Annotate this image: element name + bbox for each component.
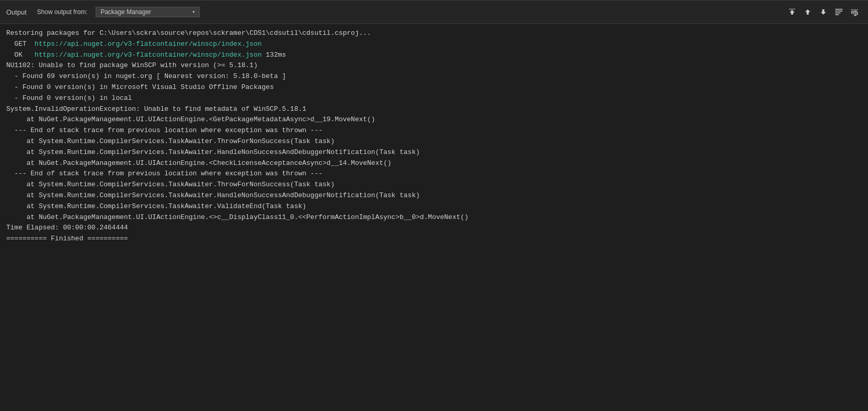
scroll-down-button[interactable] <box>816 5 831 19</box>
svg-rect-3 <box>835 15 839 16</box>
get-url-link[interactable]: https://api.nuget.org/v3-flatcontainer/w… <box>35 40 262 48</box>
log-line-15: at System.Runtime.CompilerServices.TaskA… <box>6 179 862 190</box>
log-line-13: at NuGet.PackageManagement.UI.UIActionEn… <box>6 158 862 169</box>
output-header: Output Show output from: Package Manager… <box>0 1 868 24</box>
log-line-9: at NuGet.PackageManagement.UI.UIActionEn… <box>6 114 862 125</box>
log-line-3: OK https://api.nuget.org/v3-flatcontaine… <box>6 50 862 61</box>
dropdown-selected-value: Package Manager <box>100 8 151 16</box>
show-output-label: Show output from: <box>37 8 87 16</box>
output-panel: Output Show output from: Package Manager… <box>0 0 868 411</box>
log-line-4: NU1102: Unable to find package WinSCP wi… <box>6 60 862 71</box>
word-wrap-button[interactable]: ab <box>847 5 862 19</box>
svg-rect-0 <box>835 9 843 10</box>
log-line-14: --- End of stack trace from previous loc… <box>6 169 862 179</box>
log-line-19: Time Elapsed: 00:00:00.2464444 <box>6 223 862 234</box>
log-ok-prefix: OK <box>6 51 35 59</box>
log-line-8: System.InvalidOperationException: Unable… <box>6 104 862 115</box>
log-line-5: - Found 69 version(s) in nuget.org [ Nea… <box>6 71 862 82</box>
log-line-12: at System.Runtime.CompilerServices.TaskA… <box>6 147 862 158</box>
chevron-down-icon: ▾ <box>192 9 195 15</box>
clear-output-button[interactable] <box>832 5 846 19</box>
log-line-2: GET https://api.nuget.org/v3-flatcontain… <box>6 39 862 50</box>
svg-rect-2 <box>835 12 840 14</box>
log-line-6: - Found 0 version(s) in Microsoft Visual… <box>6 82 862 93</box>
log-ok-suffix: 132ms <box>261 51 286 59</box>
log-line-10: --- End of stack trace from previous loc… <box>6 125 862 136</box>
log-line-17: at System.Runtime.CompilerServices.TaskA… <box>6 201 862 212</box>
scroll-up-button[interactable] <box>800 5 815 19</box>
scroll-to-top-button[interactable] <box>785 5 799 19</box>
log-line-16: at System.Runtime.CompilerServices.TaskA… <box>6 190 862 201</box>
output-title: Output <box>6 8 27 16</box>
log-line-20: ========== Finished ========== <box>6 234 862 245</box>
ok-url-link[interactable]: https://api.nuget.org/v3-flatcontainer/w… <box>35 51 262 59</box>
log-get-prefix: GET <box>6 40 35 48</box>
log-line-18: at NuGet.PackageManagement.UI.UIActionEn… <box>6 212 862 223</box>
log-line-11: at System.Runtime.CompilerServices.TaskA… <box>6 136 862 147</box>
output-content: Restoring packages for C:\Users\sckra\so… <box>0 24 868 411</box>
output-source-dropdown[interactable]: Package Manager ▾ <box>96 7 200 17</box>
output-toolbar: ab <box>785 5 862 19</box>
log-line-7: - Found 0 version(s) in local <box>6 93 862 104</box>
svg-rect-1 <box>835 11 843 12</box>
log-line-1: Restoring packages for C:\Users\sckra\so… <box>6 28 862 39</box>
